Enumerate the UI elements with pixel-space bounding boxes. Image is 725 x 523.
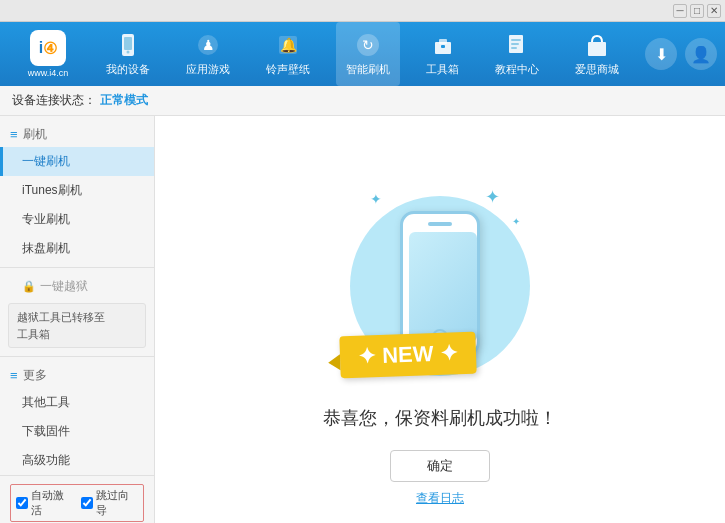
sidebar-flash-section: ≡ 刷机 <box>0 120 154 147</box>
phone-speaker <box>428 222 452 226</box>
phone-illustration: ✦ ✦ ✦ ✦ NEW ✦ <box>350 186 530 386</box>
sidebar-item-download-firmware[interactable]: 下载固件 <box>0 417 154 446</box>
nav-my-device[interactable]: 我的设备 <box>96 22 160 86</box>
nav-smart-flash[interactable]: ↻ 智能刷机 <box>336 22 400 86</box>
nav-toolbox[interactable]: 工具箱 <box>416 22 469 86</box>
smart-flash-icon: ↻ <box>354 31 382 59</box>
success-text: 恭喜您，保资料刷机成功啦！ <box>323 406 557 430</box>
header: i④ www.i4.cn 我的设备 ♟ 应用游戏 🔔 铃声壁纸 ↻ 智 <box>0 22 725 86</box>
download-button[interactable]: ⬇ <box>645 38 677 70</box>
svg-rect-13 <box>511 39 521 41</box>
apps-games-icon: ♟ <box>194 31 222 59</box>
content-area: ✦ ✦ ✦ ✦ NEW ✦ 恭喜您，保资料刷机成功啦！ 确定 查看日志 <box>155 116 725 523</box>
phone-screen <box>409 232 477 342</box>
svg-rect-10 <box>439 39 447 44</box>
skip-guide-checkbox[interactable]: 跳过向导 <box>81 488 138 518</box>
sidebar-item-itunes-flash[interactable]: iTunes刷机 <box>0 176 154 205</box>
sparkle-2: ✦ <box>485 186 500 208</box>
svg-rect-16 <box>588 42 606 56</box>
nav-right-actions: ⬇ 👤 <box>645 38 717 70</box>
sidebar-divider-1 <box>0 267 154 268</box>
toolbox-icon <box>429 31 457 59</box>
my-device-icon <box>114 31 142 59</box>
smart-flash-label: 智能刷机 <box>346 62 390 77</box>
apps-games-label: 应用游戏 <box>186 62 230 77</box>
status-value: 正常模式 <box>100 92 148 109</box>
skip-guide-input[interactable] <box>81 497 93 509</box>
svg-text:🔔: 🔔 <box>280 37 298 54</box>
lock-icon: 🔒 <box>22 280 36 293</box>
sidebar-locked-jailbreak: 🔒 一键越狱 <box>0 272 154 299</box>
svg-rect-15 <box>511 47 517 49</box>
tutorials-icon <box>503 31 531 59</box>
sidebar-info-box: 越狱工具已转移至工具箱 <box>8 303 146 348</box>
sidebar-item-one-key-flash[interactable]: 一键刷机 <box>0 147 154 176</box>
sidebar: ≡ 刷机 一键刷机 iTunes刷机 专业刷机 抹盘刷机 🔒 一键越狱 越狱工具… <box>0 116 155 523</box>
sidebar-item-wipe-flash[interactable]: 抹盘刷机 <box>0 234 154 263</box>
nav-ringtones[interactable]: 🔔 铃声壁纸 <box>256 22 320 86</box>
sidebar-item-other-tools[interactable]: 其他工具 <box>0 388 154 417</box>
auto-activate-checkbox[interactable]: 自动激活 <box>16 488 73 518</box>
visit-log-link[interactable]: 查看日志 <box>416 490 464 507</box>
title-bar: ─ □ ✕ <box>0 0 725 22</box>
sidebar-item-pro-flash[interactable]: 专业刷机 <box>0 205 154 234</box>
svg-rect-11 <box>441 45 445 48</box>
close-button[interactable]: ✕ <box>707 4 721 18</box>
maximize-button[interactable]: □ <box>690 4 704 18</box>
svg-point-2 <box>127 51 130 54</box>
sidebar-more-section: ≡ 更多 <box>0 361 154 388</box>
status-bar: 设备连接状态： 正常模式 <box>0 86 725 116</box>
tutorials-label: 教程中心 <box>495 62 539 77</box>
sparkle-1: ✦ <box>370 191 382 207</box>
device-checkboxes: 自动激活 跳过向导 <box>10 484 144 522</box>
user-button[interactable]: 👤 <box>685 38 717 70</box>
nav-shop[interactable]: 爱思商城 <box>565 22 629 86</box>
shop-label: 爱思商城 <box>575 62 619 77</box>
confirm-button[interactable]: 确定 <box>390 450 490 482</box>
svg-text:↻: ↻ <box>362 37 374 53</box>
logo-icon: i④ <box>30 30 66 66</box>
sparkle-3: ✦ <box>512 216 520 227</box>
ringtones-icon: 🔔 <box>274 31 302 59</box>
auto-activate-input[interactable] <box>16 497 28 509</box>
status-label: 设备连接状态： <box>12 92 96 109</box>
device-panel: 自动激活 跳过向导 📱 iPhone 12 mini 64GB Down-12m… <box>0 475 154 523</box>
logo[interactable]: i④ www.i4.cn <box>8 30 88 78</box>
flash-section-label: 刷机 <box>23 126 47 143</box>
svg-rect-14 <box>511 43 519 45</box>
svg-text:♟: ♟ <box>202 37 215 53</box>
skip-guide-label: 跳过向导 <box>96 488 138 518</box>
auto-activate-label: 自动激活 <box>31 488 73 518</box>
ringtones-label: 铃声壁纸 <box>266 62 310 77</box>
minimize-button[interactable]: ─ <box>673 4 687 18</box>
sidebar-divider-2 <box>0 356 154 357</box>
more-section-icon: ≡ <box>10 368 18 383</box>
nav-tutorials[interactable]: 教程中心 <box>485 22 549 86</box>
new-badge: ✦ NEW ✦ <box>339 331 476 378</box>
main-content: ≡ 刷机 一键刷机 iTunes刷机 专业刷机 抹盘刷机 🔒 一键越狱 越狱工具… <box>0 116 725 523</box>
sidebar-item-advanced[interactable]: 高级功能 <box>0 446 154 475</box>
toolbox-label: 工具箱 <box>426 62 459 77</box>
shop-icon <box>583 31 611 59</box>
svg-rect-1 <box>124 37 132 50</box>
more-section-label: 更多 <box>23 367 47 384</box>
nav-bar: 我的设备 ♟ 应用游戏 🔔 铃声壁纸 ↻ 智能刷机 工具箱 <box>88 22 637 86</box>
nav-apps-games[interactable]: ♟ 应用游戏 <box>176 22 240 86</box>
locked-label: 一键越狱 <box>40 278 88 295</box>
my-device-label: 我的设备 <box>106 62 150 77</box>
logo-url: www.i4.cn <box>28 68 69 78</box>
flash-section-icon: ≡ <box>10 127 18 142</box>
